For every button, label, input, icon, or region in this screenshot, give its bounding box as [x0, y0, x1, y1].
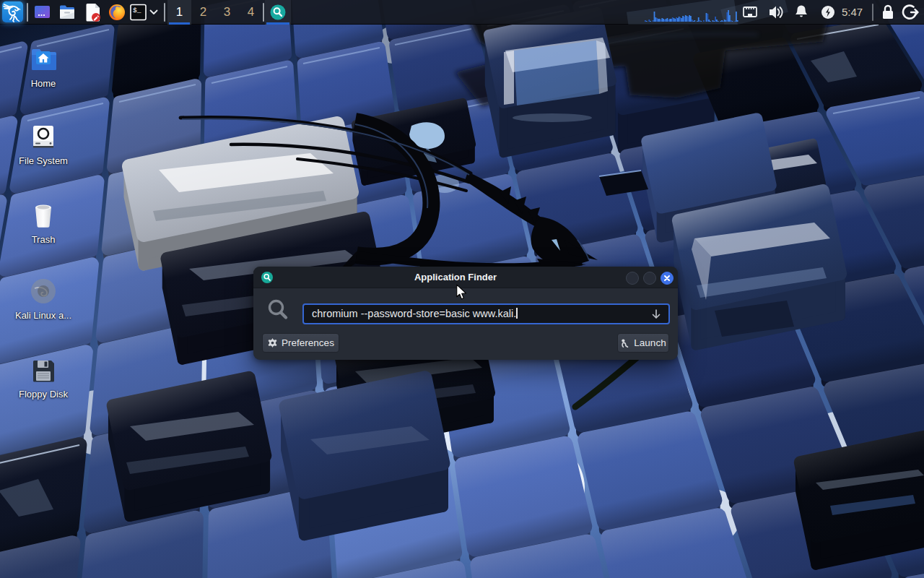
svg-text:$_: $_ [133, 7, 141, 14]
